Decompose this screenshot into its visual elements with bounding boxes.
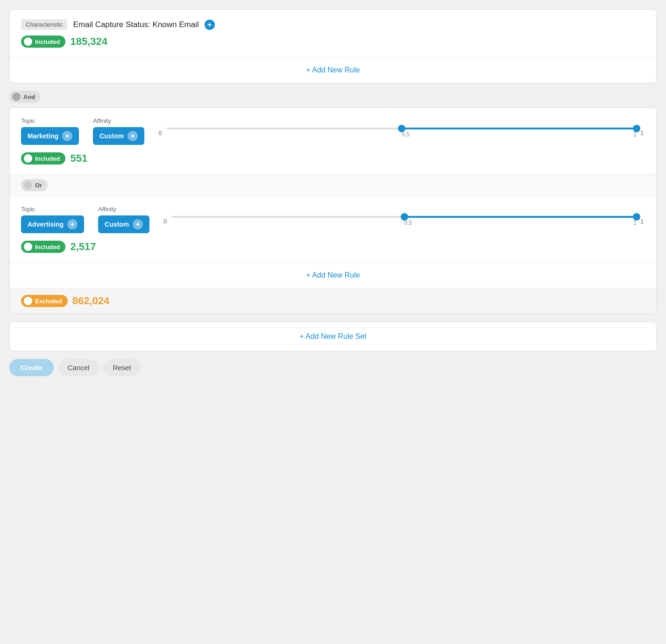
affinity-label-2: Affinity [98,206,149,213]
included-label-marketing: Included [35,155,60,162]
toggle-knob-advertising [24,243,32,251]
create-button[interactable]: Create [9,359,54,376]
add-new-rule-button-1[interactable]: + Add New Rule [306,66,360,74]
included-row-advertising: Included 2,517 [21,241,645,253]
toggle-knob-marketing [24,154,32,163]
and-label: And [23,93,35,100]
toggle-knob-excluded [24,297,32,305]
excluded-count: 862,024 [72,295,110,307]
slider-thumb-low-1[interactable] [398,125,405,132]
slider-ticks-1: 0.5 1 [167,131,637,138]
and-pill[interactable]: And [9,91,41,103]
rule-set-card-1: Characteristic Email Capture Status: Kno… [9,9,657,83]
reset-button[interactable]: Reset [103,359,140,376]
topic-affinity-marketing: Topic Marketing + Affinity Custom + 0 [21,117,645,145]
slider-max-label-2: 1 [640,218,645,225]
slider-track-container-1: 0 0.5 1 1 [158,128,645,138]
rule-row-1: Characteristic Email Capture Status: Kno… [10,10,656,57]
affinity-custom-button-1[interactable]: Custom + [93,127,144,145]
affinity-custom-label-1: Custom [99,132,124,140]
add-characteristic-icon[interactable]: + [205,20,215,30]
affinity-plus-icon-2[interactable]: + [133,219,143,229]
count-1: 185,324 [70,36,107,48]
excluded-row: Excluded 862,024 [10,288,656,314]
affinity-label-1: Affinity [93,117,144,124]
affinity-plus-icon-1[interactable]: + [128,131,138,141]
topic-advertising-label: Advertising [28,221,64,228]
topic-group-2: Topic Advertising + [21,206,84,233]
topic-marketing-button[interactable]: Marketing + [21,127,79,145]
topic-group-1: Topic Marketing + [21,117,79,145]
or-label: Or [35,182,42,189]
add-rule-set-card: + Add New Rule Set [9,322,657,351]
affinity-custom-label-2: Custom [105,221,129,228]
affinity-custom-button-2[interactable]: Custom + [98,215,149,233]
add-rule-row-2: + Add New Rule [10,262,656,288]
topic-marketing-label: Marketing [28,132,58,140]
slider-min-label-2: 0 [163,218,168,225]
slider-thumb-high-2[interactable] [633,213,640,221]
slider-tick-05-1: 0.5 [402,131,410,138]
add-new-rule-set-button[interactable]: + Add New Rule Set [299,332,367,341]
toggle-knob-1 [24,37,32,46]
characteristic-badge: Characteristic [21,19,67,30]
slider-fill-2 [404,216,637,218]
slider-max-label-1: 1 [640,129,645,136]
included-toggle-marketing[interactable]: Included [21,152,65,165]
slider-tick-05-2: 0.5 [404,220,412,226]
rule-set-card-2: Topic Marketing + Affinity Custom + 0 [9,107,657,314]
slider-tick-1-2: 1 [633,220,637,226]
affinity-group-1: Affinity Custom + [93,117,144,145]
slider-thumb-low-2[interactable] [401,213,408,221]
slider-group-2: 0 0.5 1 1 [163,206,645,226]
slider-group-1: 0 0.5 1 1 [158,117,645,138]
topic-label-2: Topic [21,206,84,213]
included-label-1: Included [35,38,60,45]
slider-track-container-2: 0 0.5 1 1 [163,216,645,226]
or-divider-line [48,185,645,186]
slider-min-label-1: 0 [158,129,163,136]
slider-fill-1 [402,128,637,129]
topic-affinity-advertising: Topic Advertising + Affinity Custom + 0 [21,206,645,233]
add-new-rule-button-2[interactable]: + Add New Rule [306,271,360,279]
rule-row-advertising: Topic Advertising + Affinity Custom + 0 [10,196,656,262]
and-toggle-knob [12,93,21,101]
included-toggle-1[interactable]: Included [21,36,65,48]
slider-wrapper-2[interactable]: 0.5 1 [172,216,637,226]
slider-ticks-2: 0.5 1 [172,220,637,226]
slider-wrapper-1[interactable]: 0.5 1 [167,128,637,138]
included-row-1: Included 185,324 [21,36,645,48]
or-toggle-knob [24,181,32,189]
add-rule-row-1: + Add New Rule [10,57,656,83]
and-divider: And [9,91,657,103]
topic-advertising-button[interactable]: Advertising + [21,215,84,233]
slider-track-2 [172,216,637,218]
topic-advertising-plus-icon[interactable]: + [67,219,78,229]
bottom-actions: Create Cancel Reset [9,359,657,376]
slider-thumb-high-1[interactable] [633,125,640,132]
count-marketing: 551 [70,152,87,165]
included-label-advertising: Included [35,243,60,250]
included-row-marketing: Included 551 [21,152,645,165]
included-toggle-advertising[interactable]: Included [21,241,65,253]
slider-track-1 [167,128,637,129]
rule-row-marketing: Topic Marketing + Affinity Custom + 0 [10,108,656,174]
affinity-group-2: Affinity Custom + [98,206,149,233]
cancel-button[interactable]: Cancel [58,359,99,376]
or-divider: Or [10,174,656,196]
excluded-toggle[interactable]: Excluded [21,295,68,307]
topic-marketing-plus-icon[interactable]: + [62,131,72,141]
topic-label-1: Topic [21,117,79,124]
slider-tick-1-1: 1 [633,131,637,138]
count-advertising: 2,517 [70,241,96,253]
excluded-label: Excluded [35,298,62,305]
characteristic-row: Characteristic Email Capture Status: Kno… [21,19,645,30]
or-pill[interactable]: Or [21,179,48,191]
char-value: Email Capture Status: Known Email [73,20,198,29]
